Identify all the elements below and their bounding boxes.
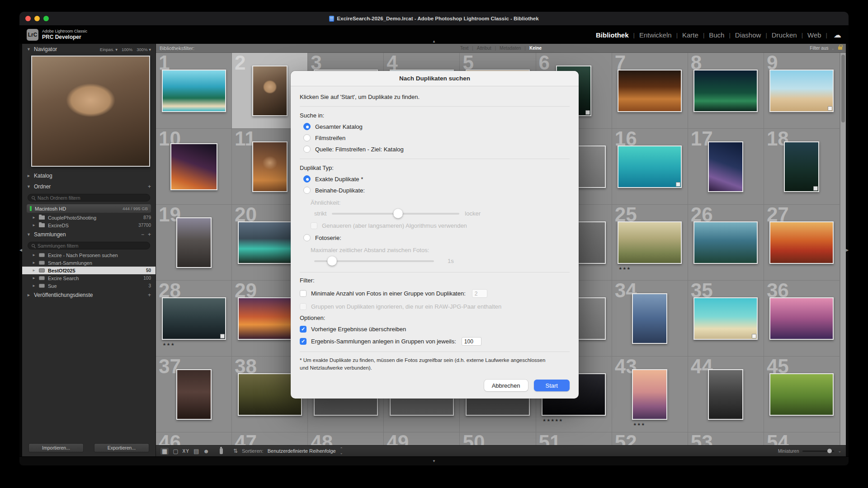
grid-cell-17[interactable]: 17 [688, 129, 764, 205]
collections-section-header[interactable]: ▼ Sammlungen −+ [22, 229, 156, 240]
photo-thumbnail[interactable] [769, 221, 834, 264]
photo-thumbnail[interactable] [170, 143, 217, 190]
folders-section-header[interactable]: ▼ Ordner + [22, 181, 156, 192]
radio-row-entire-catalog[interactable]: Gesamter Katalog [300, 123, 570, 130]
toolbar-options-chevron-icon[interactable]: ⌄ [838, 449, 841, 453]
checkbox-row-min-photos[interactable]: Minimale Anzahl von Fotos in einer Grupp… [300, 289, 570, 298]
grid-cell-43[interactable]: 43★★★ [612, 357, 688, 432]
photo-thumbnail[interactable] [769, 373, 834, 416]
photo-thumbnail[interactable] [162, 297, 226, 340]
navigator-zoom-option[interactable]: Einpas. ▾ [100, 47, 118, 52]
filter-preset-dropdown[interactable]: Filter aus [810, 46, 828, 51]
filter-tab-text[interactable]: Text [460, 46, 468, 51]
checkbox-row-raw-jpg[interactable]: Gruppen von Duplikaten ignorieren, die n… [300, 303, 570, 310]
filmstrip-collapse-strip[interactable]: ▼ [19, 456, 849, 465]
time-gap-slider-knob[interactable] [327, 256, 337, 266]
grid-cell-51[interactable]: 51 [536, 432, 612, 445]
volume-row-macintosh-hd[interactable]: Macintosh HD 444 / 995 GB [27, 204, 151, 213]
grid-cell-19[interactable]: 19 [156, 205, 232, 281]
grid-cell-25[interactable]: 25★★★ [612, 205, 688, 281]
grid-cell-27[interactable]: 27 [764, 205, 840, 281]
photo-thumbnail[interactable] [618, 221, 682, 264]
grid-cell-44[interactable]: 44 [688, 357, 764, 432]
expand-triangle-icon[interactable]: ► [32, 284, 36, 288]
bottom-collapse-arrow-icon[interactable]: ▼ [432, 459, 436, 463]
publish-services-header[interactable]: ► Veröffentlichungsdienste + [22, 290, 156, 300]
checkbox-row-result-collections[interactable]: ✓ Ergebnis-Sammlungen anlegen in Gruppen… [300, 337, 570, 346]
radio-button[interactable] [303, 234, 311, 241]
folder-row[interactable]: ►CouplePhotoShooting879 [22, 214, 156, 221]
filter-tab-metadaten[interactable]: Metadaten [500, 46, 521, 51]
grid-cell-10[interactable]: 10 [156, 129, 232, 205]
time-gap-slider[interactable] [314, 260, 434, 262]
cancel-button[interactable]: Abbrechen [484, 380, 528, 391]
photo-thumbnail[interactable] [618, 70, 682, 112]
sort-order-chevron-icon[interactable]: ⌃⌄ [340, 447, 343, 455]
navigator-zoom-option[interactable]: 100% [122, 47, 132, 52]
collection-row[interactable]: ►Excire - Nach Personen suchen [22, 251, 156, 259]
add-folder-button[interactable]: + [148, 183, 151, 190]
checkbox[interactable] [300, 303, 307, 310]
module-tab-entwickeln[interactable]: Entwickeln [639, 31, 672, 39]
collection-badge-icon[interactable] [828, 106, 832, 111]
expand-triangle-icon[interactable]: ► [32, 276, 36, 280]
collection-row[interactable]: ►Smart-Sammlungen [22, 259, 156, 267]
grid-scrollbar-thumb[interactable] [841, 55, 845, 122]
radio-row-near-duplicates[interactable]: Beinahe-Duplikate: [300, 187, 570, 194]
filter-preset-chevron-icon[interactable]: ⌄ [831, 46, 835, 51]
collection-search-input[interactable]: Sammlungen filtern [28, 242, 150, 249]
folder-row[interactable]: ►ExcireDS37700 [22, 221, 156, 229]
expand-triangle-icon[interactable]: ► [32, 261, 36, 265]
grid-cell-35[interactable]: 35 [688, 281, 764, 357]
grid-cell-49[interactable]: 49 [384, 432, 460, 445]
thumbnail-size-slider-knob[interactable] [827, 449, 832, 453]
photo-thumbnail[interactable] [632, 293, 667, 344]
radio-button[interactable] [303, 123, 311, 130]
navigator-zoom-option[interactable]: 300% ▾ [137, 47, 151, 52]
radio-button[interactable] [303, 187, 311, 194]
radio-row-filmstrip[interactable]: Filmstreifen [300, 134, 570, 141]
people-view-icon[interactable]: ☻ [203, 448, 209, 454]
grid-cell-45[interactable]: 45 [764, 357, 840, 432]
sort-direction-icon[interactable]: ⇅ [233, 448, 238, 454]
minimize-window-button[interactable] [34, 16, 40, 21]
photo-thumbnail[interactable] [176, 369, 212, 420]
photo-thumbnail[interactable] [618, 145, 682, 188]
expand-triangle-icon[interactable]: ► [32, 253, 36, 257]
module-tab-karte[interactable]: Karte [682, 31, 698, 39]
painter-spray-icon[interactable] [220, 448, 223, 454]
similarity-slider-knob[interactable] [393, 209, 403, 218]
module-tab-drucken[interactable]: Drucken [772, 31, 797, 39]
photo-thumbnail[interactable] [693, 297, 758, 340]
grid-cell-8[interactable]: 8 [688, 53, 764, 129]
group-size-input[interactable]: 100 [462, 337, 481, 346]
top-panel-collapse-arrow[interactable]: ▲ [432, 39, 436, 43]
add-publish-service-button[interactable]: + [148, 292, 151, 298]
checkbox[interactable]: ✓ [300, 338, 307, 345]
collection-row[interactable]: ►Excire Search100 [22, 274, 156, 282]
module-tab-web[interactable]: Web [807, 31, 821, 39]
radio-button[interactable] [303, 175, 311, 183]
radio-row-photo-series[interactable]: Fotoserie: [300, 234, 570, 241]
checkbox[interactable] [300, 290, 307, 297]
grid-cell-53[interactable]: 53 [688, 432, 764, 445]
photo-thumbnail[interactable] [632, 369, 667, 420]
photo-thumbnail[interactable] [176, 217, 212, 268]
photo-thumbnail[interactable] [784, 141, 819, 192]
catalog-section-header[interactable]: ► Katalog [22, 170, 156, 181]
folder-search-input[interactable]: Nach Ordnern filtern [28, 194, 150, 202]
similarity-slider[interactable] [332, 213, 459, 215]
photo-thumbnail[interactable] [708, 141, 743, 192]
filter-tab-keine[interactable]: Keine [529, 46, 542, 51]
photo-thumbnail[interactable] [769, 297, 834, 340]
navigator-preview-image[interactable] [31, 56, 150, 167]
expand-triangle-icon[interactable]: ► [32, 223, 36, 227]
grid-cell-46[interactable]: 46 [156, 432, 232, 445]
import-button[interactable]: Importieren... [28, 443, 84, 452]
export-button[interactable]: Exportieren... [94, 443, 149, 452]
grid-cell-37[interactable]: 37 [156, 357, 232, 432]
grid-cell-52[interactable]: 52 [612, 432, 688, 445]
photo-thumbnail[interactable] [769, 70, 834, 112]
grid-cell-34[interactable]: 34 [612, 281, 688, 357]
right-panel-collapse-strip[interactable]: ▶ [846, 44, 849, 456]
